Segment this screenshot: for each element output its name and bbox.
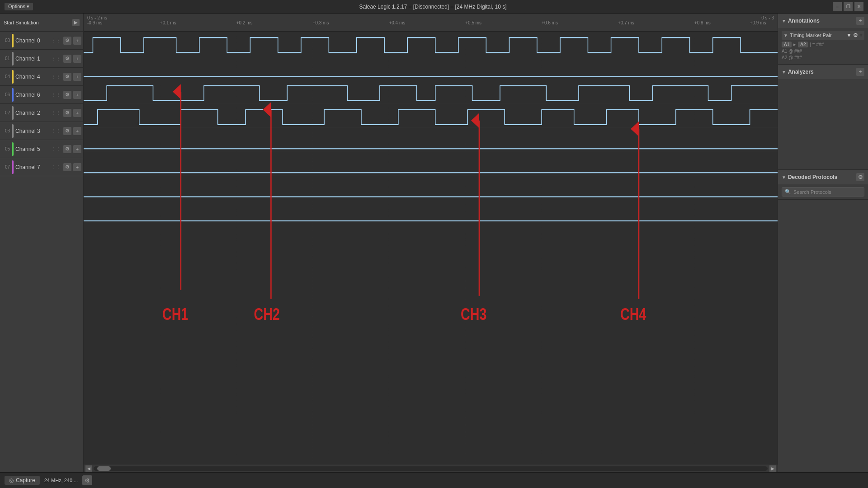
options-button[interactable]: Options ▾ <box>5 3 33 10</box>
channel-settings-button[interactable]: ⚙ <box>63 73 71 81</box>
annotations-section: ▼ Annotations + ▼ Timing Marker Pair ▼ ⚙… <box>778 14 868 65</box>
channel-sidebar: Start Simulation ▶ 00 Channel 0 ⋮⋮ ⚙ + 0… <box>0 14 84 472</box>
start-simulation-button[interactable]: Start Simulation <box>4 20 70 25</box>
channel-number: 06 <box>2 92 10 97</box>
close-button[interactable]: ✕ <box>854 2 863 11</box>
channel-color-indicator <box>12 70 14 84</box>
timing-marker-settings-icon[interactable]: ▼ <box>846 32 852 38</box>
channel-number: 05 <box>2 146 10 151</box>
channel-label: Channel 2 <box>15 110 50 116</box>
channel-add-button[interactable]: + <box>73 37 81 45</box>
drag-handle[interactable]: ⋮⋮ <box>52 56 61 61</box>
main-layout: Start Simulation ▶ 00 Channel 0 ⋮⋮ ⚙ + 0… <box>0 14 868 472</box>
channel-settings-button[interactable]: ⚙ <box>63 145 71 153</box>
annotations-add-button[interactable]: + <box>856 17 864 25</box>
marker-equals: | = ### <box>810 42 824 47</box>
channel-number: 00 <box>2 38 10 43</box>
search-protocols-box[interactable]: 🔍 <box>782 187 864 197</box>
waveform-svg: CH1 CH2 CH3 CH4 <box>84 32 778 464</box>
window-title: Saleae Logic 1.2.17 – [Disconnected] – [… <box>33 4 833 10</box>
drag-handle[interactable]: ⋮⋮ <box>52 146 61 151</box>
channel-settings-button[interactable]: ⚙ <box>63 109 71 117</box>
decoded-protocols-settings-button[interactable]: ⚙ <box>856 173 864 181</box>
annotations-title: Annotations <box>788 18 854 24</box>
channel-settings-button[interactable]: ⚙ <box>63 37 71 45</box>
channel-settings-button[interactable]: ⚙ <box>63 55 71 63</box>
timing-marker-extra-icon[interactable]: + <box>859 32 863 38</box>
channel-add-button[interactable]: + <box>73 163 81 171</box>
analyzers-section: ▼ Analyzers + <box>778 65 868 170</box>
channel-settings-button[interactable]: ⚙ <box>63 91 71 99</box>
drag-handle[interactable]: ⋮⋮ <box>52 164 61 169</box>
time-range-end: 0 s - 3 <box>761 15 774 20</box>
channel-settings-button[interactable]: ⚙ <box>63 127 71 135</box>
channel-label: Channel 7 <box>15 164 50 170</box>
marker-a1-box: A1 <box>782 42 792 47</box>
waveform-display[interactable]: CH1 CH2 CH3 CH4 <box>84 32 778 464</box>
channel-add-button[interactable]: + <box>73 55 81 63</box>
marker-a2-value: A2 @ ### <box>782 55 802 60</box>
right-panel: ▼ Annotations + ▼ Timing Marker Pair ▼ ⚙… <box>778 14 868 472</box>
channel-color-indicator <box>12 52 14 66</box>
scroll-left-button[interactable]: ◀ <box>85 465 92 472</box>
scroll-right-button[interactable]: ▶ <box>769 465 776 472</box>
channel-color-indicator <box>12 34 14 47</box>
channel-number: 07 <box>2 164 10 169</box>
analyzers-header[interactable]: ▼ Analyzers + <box>778 65 868 79</box>
drag-handle[interactable]: ⋮⋮ <box>52 128 61 133</box>
time-mark-8: +0.8 ms <box>694 20 711 25</box>
scroll-track[interactable] <box>94 466 768 471</box>
channel-row-ch3: 03 Channel 3 ⋮⋮ ⚙ + <box>0 122 83 140</box>
drag-handle[interactable]: ⋮⋮ <box>52 74 61 79</box>
sidebar-collapse-button[interactable]: ▶ <box>72 19 80 26</box>
channel-add-button[interactable]: + <box>73 109 81 117</box>
svg-text:CH2: CH2 <box>254 305 280 323</box>
search-protocols-input[interactable] <box>793 189 861 195</box>
annotations-content: ▼ Timing Marker Pair ▼ ⚙ + A1 ▸ A2 | = #… <box>778 28 868 64</box>
drag-handle[interactable]: ⋮⋮ <box>52 38 61 43</box>
channel-add-button[interactable]: + <box>73 91 81 99</box>
scroll-thumb[interactable] <box>97 466 111 471</box>
annotations-header[interactable]: ▼ Annotations + <box>778 14 868 28</box>
drag-handle[interactable]: ⋮⋮ <box>52 92 61 97</box>
svg-text:CH3: CH3 <box>461 305 486 323</box>
analyzers-add-button[interactable]: + <box>856 68 864 76</box>
channel-label: Channel 1 <box>15 56 50 62</box>
capture-settings-button[interactable]: ⚙ <box>82 475 92 485</box>
time-mark-4: +0.4 ms <box>389 20 405 25</box>
channel-row-ch2: 02 Channel 2 ⋮⋮ ⚙ + <box>0 104 83 122</box>
horizontal-scrollbar[interactable]: ◀ ▶ <box>84 464 778 472</box>
drag-handle[interactable]: ⋮⋮ <box>52 110 61 115</box>
channel-number: 02 <box>2 110 10 115</box>
minimize-button[interactable]: – <box>833 2 842 11</box>
decoded-protocols-title: Decoded Protocols <box>788 174 854 180</box>
channel-add-button[interactable]: + <box>73 73 81 81</box>
channel-label: Channel 4 <box>15 74 50 80</box>
channel-label: Channel 6 <box>15 92 50 98</box>
restore-button[interactable]: ❐ <box>844 2 853 11</box>
channel-color-indicator <box>12 88 14 102</box>
channel-add-button[interactable]: + <box>73 127 81 135</box>
capture-button[interactable]: ◎ Capture <box>5 476 40 485</box>
svg-text:CH4: CH4 <box>620 305 646 323</box>
channel-add-button[interactable]: + <box>73 145 81 153</box>
waveform-area[interactable]: 0 s - 2 ms 0 s - 3 -0.9 ms +0.1 ms +0.2 … <box>84 14 778 472</box>
title-bar: Options ▾ Saleae Logic 1.2.17 – [Disconn… <box>0 0 868 14</box>
decoded-protocols-header[interactable]: ▼ Decoded Protocols ⚙ <box>778 170 868 184</box>
timing-marker-row: ▼ Timing Marker Pair ▼ ⚙ + <box>782 31 864 40</box>
time-mark-1: +0.1 ms <box>160 20 176 25</box>
timing-marker-add-icon[interactable]: ⚙ <box>853 32 858 38</box>
channel-row-ch5: 05 Channel 5 ⋮⋮ ⚙ + <box>0 140 83 158</box>
marker-a1-value: A1 @ ### <box>782 49 802 54</box>
channel-row-ch0: 00 Channel 0 ⋮⋮ ⚙ + <box>0 32 83 50</box>
capture-icon: ◎ <box>9 477 14 483</box>
channel-number: 03 <box>2 128 10 133</box>
svg-text:CH1: CH1 <box>162 305 188 323</box>
analyzers-collapse-icon: ▼ <box>782 70 786 75</box>
channel-label: Channel 3 <box>15 128 50 134</box>
channel-color-indicator <box>12 124 14 138</box>
channel-color-indicator <box>12 142 14 156</box>
marker-arrow-icon: ▸ <box>793 42 796 47</box>
channel-settings-button[interactable]: ⚙ <box>63 163 71 171</box>
channel-color-indicator <box>12 160 14 174</box>
